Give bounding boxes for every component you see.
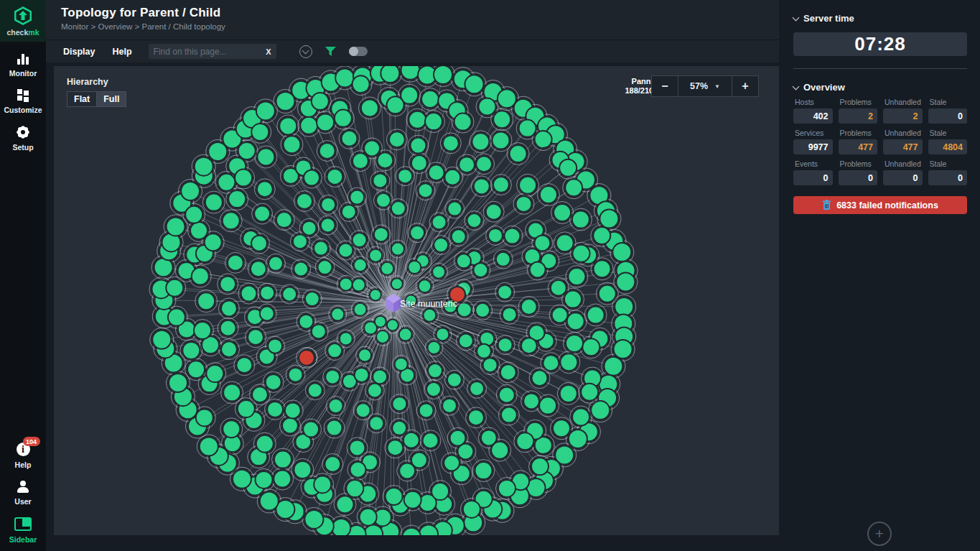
checkmk-logo-text: checkmk: [7, 28, 39, 37]
search-input[interactable]: Find on this page... X: [149, 44, 276, 59]
sidebar-toggle-icon: [14, 517, 32, 531]
server-time-value: 07:28: [793, 32, 967, 56]
sidebar-item-customize[interactable]: Customize: [0, 89, 46, 114]
chevron-down-icon: [793, 83, 800, 90]
topology-canvas[interactable]: Hierarchy Flat Full Panning 188/210px − …: [54, 66, 779, 535]
monitor-icon: [17, 53, 29, 65]
zoom-level-value: 57%: [690, 81, 708, 91]
sidebar-item-sidebar-toggle[interactable]: Sidebar: [0, 517, 46, 544]
overview-col-label: Unhandled: [885, 159, 923, 168]
checkmk-logo[interactable]: checkmk: [0, 0, 46, 42]
zoom-controls: − 57% ▼ +: [651, 75, 759, 97]
hierarchy-label: Hierarchy: [67, 77, 126, 87]
sidebar-item-label: Sidebar: [9, 535, 37, 544]
overview-col-label: Events: [795, 159, 833, 168]
gear-icon: [17, 126, 29, 139]
sidebar-item-help[interactable]: i 104 Help: [0, 443, 46, 469]
sidebar-item-setup[interactable]: Setup: [0, 126, 46, 152]
service-stale-count[interactable]: 4804: [928, 139, 968, 154]
service-unhandled-count[interactable]: 477: [883, 139, 923, 154]
hosts-count[interactable]: 402: [793, 108, 833, 124]
sidebar-item-label: Customize: [4, 106, 42, 114]
filter-icon[interactable]: [325, 46, 337, 57]
zoom-in-button[interactable]: +: [732, 76, 758, 96]
services-count[interactable]: 9977: [793, 139, 833, 154]
customize-icon: [17, 89, 29, 101]
overview-col-label: Services: [795, 129, 833, 137]
trash-icon: [822, 200, 831, 210]
overview-col-label: Problems: [840, 98, 878, 106]
failed-notifications-button[interactable]: 6833 failed notifications: [793, 196, 967, 214]
overview-col-label: Unhandled: [885, 129, 923, 137]
filter-toggle[interactable]: [349, 47, 368, 56]
search-placeholder: Find on this page...: [154, 47, 266, 57]
overview-col-label: Stale: [930, 159, 968, 168]
server-time-section-header[interactable]: Server time: [793, 13, 967, 24]
hierarchy-segmented-control: Flat Full: [67, 91, 126, 107]
event-unhandled-count[interactable]: 0: [883, 170, 923, 185]
overview-col-label: Stale: [930, 129, 968, 137]
sidebar-item-user[interactable]: User: [0, 481, 46, 506]
page-title: Topology for Parent / Child: [61, 6, 779, 20]
host-unhandled-count[interactable]: 2: [883, 108, 923, 124]
add-snapin-button[interactable]: +: [867, 522, 892, 546]
host-problems-count[interactable]: 2: [839, 108, 878, 124]
overview-col-label: Problems: [840, 129, 878, 137]
right-sidebar: Server time 07:28 Overview Hosts Problem…: [779, 0, 980, 551]
overview-row-services: Services Problems Unhandled Stale 9977 4…: [793, 129, 967, 154]
search-clear-button[interactable]: X: [266, 47, 271, 56]
left-sidebar: checkmk Monitor Customize Setup i 104: [0, 0, 46, 551]
hierarchy-flat-button[interactable]: Flat: [67, 92, 97, 106]
zoom-out-button[interactable]: −: [652, 76, 678, 96]
overview-row-events: Events Problems Unhandled Stale 0 0 0 0: [793, 159, 967, 185]
service-problems-count[interactable]: 477: [839, 139, 878, 154]
events-count[interactable]: 0: [793, 170, 833, 185]
user-icon: [17, 481, 29, 493]
menu-help[interactable]: Help: [112, 47, 131, 57]
overview-col-label: Problems: [840, 159, 878, 168]
central-site-label: Site muunteric: [400, 299, 457, 309]
zoom-level-dropdown[interactable]: 57% ▼: [678, 76, 732, 96]
overview-section-header[interactable]: Overview: [793, 82, 967, 93]
divider: [793, 68, 967, 69]
overview-col-label: Stale: [930, 98, 968, 106]
sidebar-item-label: User: [14, 497, 31, 506]
overview-col-label: Hosts: [795, 98, 833, 106]
server-time-title: Server time: [803, 13, 854, 24]
menu-bar: Display Help Find on this page... X: [46, 40, 779, 62]
sidebar-item-label: Monitor: [9, 69, 37, 78]
event-problems-count[interactable]: 0: [839, 170, 878, 185]
page-header: Topology for Parent / Child Monitor > Ov…: [46, 0, 779, 40]
sidebar-item-label: Help: [15, 460, 32, 469]
overview-row-hosts: Hosts Problems Unhandled Stale 402 2 2 0: [793, 98, 967, 124]
failed-notifications-label: 6833 failed notifications: [836, 200, 938, 210]
hierarchy-full-button[interactable]: Full: [97, 92, 126, 106]
overview-title: Overview: [803, 82, 845, 93]
menu-display[interactable]: Display: [63, 47, 95, 57]
checkmk-app: checkmk Monitor Customize Setup i 104: [0, 0, 980, 551]
event-stale-count[interactable]: 0: [928, 170, 968, 185]
host-stale-count[interactable]: 0: [928, 108, 968, 124]
chevron-down-icon: ▼: [714, 83, 720, 90]
checkmk-logo-icon: [13, 6, 33, 26]
chevron-down-icon: [793, 14, 800, 21]
help-badge: 104: [23, 437, 40, 446]
sidebar-item-label: Setup: [12, 143, 33, 152]
sidebar-item-monitor[interactable]: Monitor: [0, 53, 46, 78]
breadcrumb: Monitor > Overview > Parent / Child topo…: [61, 22, 779, 31]
collapse-circle-icon[interactable]: [299, 45, 312, 58]
overview-col-label: Unhandled: [885, 98, 923, 106]
